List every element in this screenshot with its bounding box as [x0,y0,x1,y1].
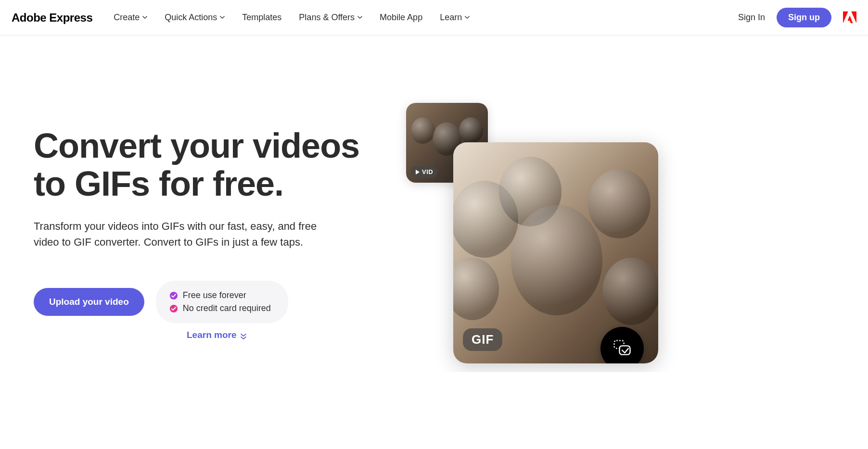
logo[interactable]: Adobe Express [12,11,92,25]
vid-badge-label: VID [422,168,433,175]
learn-more-link[interactable]: Learn more [187,330,247,340]
benefits-box: Free use forever No credit card required [156,281,288,323]
main-nav: Create Quick Actions Templates Plans & O… [114,12,738,23]
nav-templates[interactable]: Templates [242,12,281,23]
adobe-logo-icon[interactable] [843,11,856,25]
benefit-free-use-label: Free use forever [183,290,246,300]
hero-description: Transform your videos into GIFs with our… [34,218,342,250]
nav-learn-label: Learn [440,12,462,23]
svg-point-4 [170,305,178,312]
nav-templates-label: Templates [242,12,281,23]
nav-create-label: Create [114,12,140,23]
chevron-down-icon [220,15,225,20]
gif-badge: GIF [463,328,502,351]
hero-actions: Upload your video Free use forever [34,281,366,323]
chevron-down-icon [142,15,147,20]
chevron-down-icon [465,15,470,20]
sign-in-link[interactable]: Sign In [738,12,765,23]
convert-icon [612,338,633,359]
nav-create[interactable]: Create [114,12,147,23]
image-placeholder [411,117,435,144]
nav-plans-offers-label: Plans & Offers [299,12,355,23]
image-placeholder [459,117,483,144]
upload-video-button[interactable]: Upload your video [34,288,144,316]
double-chevron-down-icon [240,332,247,338]
nav-plans-offers[interactable]: Plans & Offers [299,12,362,23]
benefit-no-card-label: No credit card required [183,303,271,313]
svg-marker-0 [843,11,848,23]
svg-point-3 [170,292,178,299]
image-placeholder [453,258,499,320]
image-placeholder [511,205,602,315]
nav-quick-actions-label: Quick Actions [165,12,217,23]
nav-mobile-app[interactable]: Mobile App [380,12,422,23]
hero-right: VID GIF [385,103,834,372]
convert-action-button[interactable] [600,327,644,363]
header-right: Sign In Sign up [738,8,856,27]
nav-mobile-app-label: Mobile App [380,12,422,23]
chevron-down-icon [357,15,362,20]
hero: Convert your videos to GIFs for free. Tr… [0,36,868,372]
check-circle-icon [169,291,178,300]
play-icon [416,170,420,175]
benefit-no-card: No credit card required [169,303,271,313]
sign-up-button[interactable]: Sign up [777,8,831,27]
hero-title: Convert your videos to GIFs for free. [34,127,366,203]
learn-more-wrap: Learn more [187,330,366,340]
hero-left: Convert your videos to GIFs for free. Tr… [34,103,366,340]
header: Adobe Express Create Quick Actions Templ… [0,0,868,36]
nav-learn[interactable]: Learn [440,12,470,23]
gif-thumbnail-large: GIF [453,142,658,363]
vid-badge: VID [411,166,438,178]
benefit-free-use: Free use forever [169,290,271,300]
image-placeholder [602,258,658,325]
nav-quick-actions[interactable]: Quick Actions [165,12,225,23]
learn-more-label: Learn more [187,330,236,340]
svg-marker-2 [848,15,853,23]
check-circle-icon [169,304,178,313]
image-placeholder [588,169,651,238]
